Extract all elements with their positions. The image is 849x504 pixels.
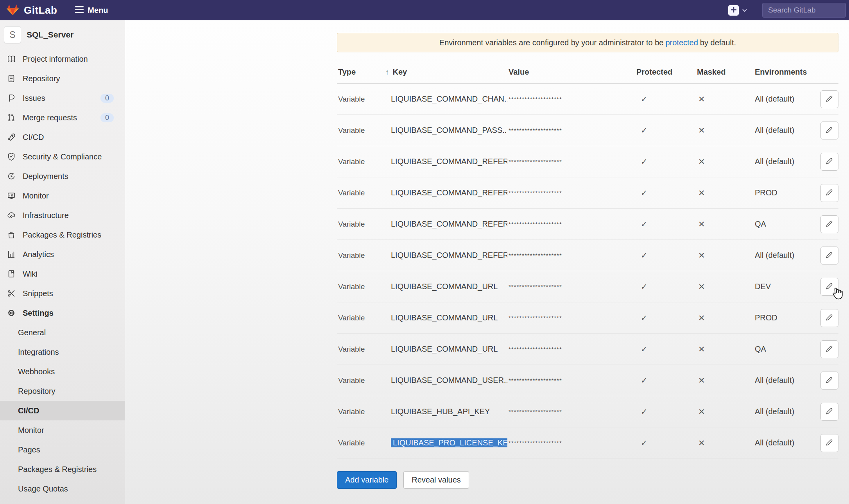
- search-input[interactable]: [762, 3, 846, 18]
- protected-check-icon: ✓: [635, 313, 696, 323]
- variable-value-masked: ********************: [507, 158, 635, 165]
- variable-key: LIQUIBASE_COMMAND_REFER...: [384, 220, 507, 229]
- sidebar-item-infrastructure[interactable]: Infrastructure: [0, 206, 125, 225]
- variable-key: LIQUIBASE_COMMAND_REFER...: [384, 251, 507, 260]
- variable-environments: QA: [754, 220, 819, 229]
- menu-button[interactable]: Menu: [75, 6, 108, 15]
- variable-key: LIQUIBASE_COMMAND_USER...: [384, 376, 507, 385]
- variable-value-masked: ********************: [507, 377, 635, 384]
- masked-x-icon: ✕: [696, 220, 754, 229]
- edit-variable-button[interactable]: [820, 122, 838, 139]
- settings-subitem-monitor[interactable]: Monitor: [0, 420, 125, 440]
- edit-variable-button[interactable]: [820, 247, 838, 265]
- table-row: Variable LIQUIBASE_COMMAND_REFER... ****…: [337, 240, 838, 271]
- variable-value-masked: ********************: [507, 283, 635, 290]
- pencil-icon: [826, 126, 833, 135]
- col-header-key[interactable]: ↑ Key: [384, 68, 507, 77]
- settings-subitem-usage-quotas[interactable]: Usage Quotas: [0, 479, 125, 499]
- project-information-icon: [6, 55, 16, 63]
- col-header-environments: Environments: [754, 68, 819, 77]
- variable-key: LIQUIBASE_COMMAND_URL: [384, 313, 507, 322]
- variable-type: Variable: [337, 220, 384, 229]
- sidebar-item-snippets[interactable]: Snippets: [0, 284, 125, 303]
- reveal-values-button[interactable]: Reveal values: [403, 471, 469, 489]
- shield-icon: [6, 152, 16, 161]
- edit-variable-button[interactable]: [820, 403, 838, 421]
- variable-value-masked: ********************: [507, 408, 635, 415]
- project-header[interactable]: S SQL_Server: [0, 20, 125, 49]
- issues-icon: [6, 94, 16, 102]
- table-row: Variable LIQUIBASE_COMMAND_USER... *****…: [337, 365, 838, 396]
- sidebar-item-analytics[interactable]: Analytics: [0, 245, 125, 264]
- variable-key: LIQUIBASE_COMMAND_PASS...: [384, 126, 507, 135]
- pencil-icon: [826, 157, 833, 166]
- protected-check-icon: ✓: [635, 126, 696, 135]
- edit-variable-button[interactable]: [820, 309, 838, 327]
- admin-protected-banner: Environment variables are configured by …: [337, 33, 838, 52]
- new-item-button[interactable]: [728, 5, 739, 16]
- variable-type: Variable: [337, 407, 384, 416]
- sidebar-item-packages-registries[interactable]: Packages & Registries: [0, 225, 125, 245]
- variable-value-masked: ********************: [507, 346, 635, 352]
- col-header-type: Type: [337, 68, 384, 77]
- cloud-gear-icon: [6, 211, 16, 220]
- settings-subitem-webhooks[interactable]: Webhooks: [0, 362, 125, 381]
- settings-subitem-integrations[interactable]: Integrations: [0, 342, 125, 362]
- settings-subitem-pages[interactable]: Pages: [0, 440, 125, 459]
- repository-icon: [6, 74, 16, 83]
- sidebar-item-repository[interactable]: Repository: [0, 69, 125, 88]
- col-header-protected: Protected: [635, 68, 696, 77]
- sidebar-item-issues[interactable]: Issues 0: [0, 88, 125, 108]
- edit-variable-button[interactable]: [820, 184, 838, 202]
- variable-environments: All (default): [754, 95, 819, 104]
- sidebar-item-wiki[interactable]: Wiki: [0, 264, 125, 284]
- sidebar-item-project-information[interactable]: Project information: [0, 49, 125, 69]
- variable-value-masked: ********************: [507, 96, 635, 102]
- edit-variable-button[interactable]: [820, 278, 838, 296]
- settings-subitem-cicd-active[interactable]: CI/CD: [0, 401, 125, 420]
- variable-type: Variable: [337, 189, 384, 197]
- col-header-masked: Masked: [696, 68, 754, 77]
- gitlab-brand[interactable]: GitLab: [0, 4, 57, 17]
- monitor-icon: [6, 191, 16, 200]
- sidebar-item-settings[interactable]: Settings: [0, 303, 125, 323]
- masked-x-icon: ✕: [696, 95, 754, 104]
- table-row: Variable LIQUIBASE_COMMAND_URL *********…: [337, 302, 838, 334]
- sidebar-item-deployments[interactable]: Deployments: [0, 166, 125, 186]
- masked-x-icon: ✕: [696, 407, 754, 416]
- new-item-dropdown[interactable]: [742, 7, 747, 13]
- edit-variable-button[interactable]: [820, 340, 838, 358]
- gitlab-cicd-variables-page: GitLab Menu S SQL_Server: [0, 0, 849, 504]
- issues-count-badge: 0: [100, 94, 114, 103]
- variable-type: Variable: [337, 345, 384, 354]
- add-variable-button[interactable]: Add variable: [337, 471, 397, 489]
- protected-check-icon: ✓: [635, 220, 696, 229]
- masked-x-icon: ✕: [696, 126, 754, 135]
- edit-variable-button[interactable]: [820, 90, 838, 108]
- sidebar-item-merge-requests[interactable]: Merge requests 0: [0, 108, 125, 127]
- variable-value-masked: ********************: [507, 315, 635, 321]
- table-row: Variable LIQUIBASE_COMMAND_URL *********…: [337, 334, 838, 365]
- pencil-icon: [826, 345, 833, 354]
- sidebar-item-cicd[interactable]: CI/CD: [0, 127, 125, 147]
- table-row: Variable LIQUIBASE_COMMAND_PASS... *****…: [337, 115, 838, 146]
- edit-variable-button[interactable]: [820, 153, 838, 171]
- settings-subitem-general[interactable]: General: [0, 323, 125, 342]
- edit-variable-button[interactable]: [820, 215, 838, 233]
- settings-subitem-packages-registries[interactable]: Packages & Registries: [0, 459, 125, 479]
- main-content: Environment variables are configured by …: [125, 20, 849, 504]
- edit-variable-button[interactable]: [820, 372, 838, 390]
- table-actions: Add variable Reveal values: [337, 471, 838, 489]
- project-name: SQL_Server: [27, 30, 73, 39]
- col-header-value: Value: [507, 68, 635, 77]
- bar-chart-icon: [6, 250, 16, 259]
- settings-subitem-repository[interactable]: Repository: [0, 381, 125, 401]
- edit-variable-button[interactable]: [820, 434, 838, 452]
- variable-type: Variable: [337, 251, 384, 260]
- hamburger-icon: [75, 6, 84, 14]
- sidebar-item-security-compliance[interactable]: Security & Compliance: [0, 147, 125, 166]
- protected-link[interactable]: protected: [665, 38, 698, 47]
- pencil-icon: [826, 313, 833, 322]
- pencil-icon: [826, 438, 833, 447]
- sidebar-item-monitor[interactable]: Monitor: [0, 186, 125, 206]
